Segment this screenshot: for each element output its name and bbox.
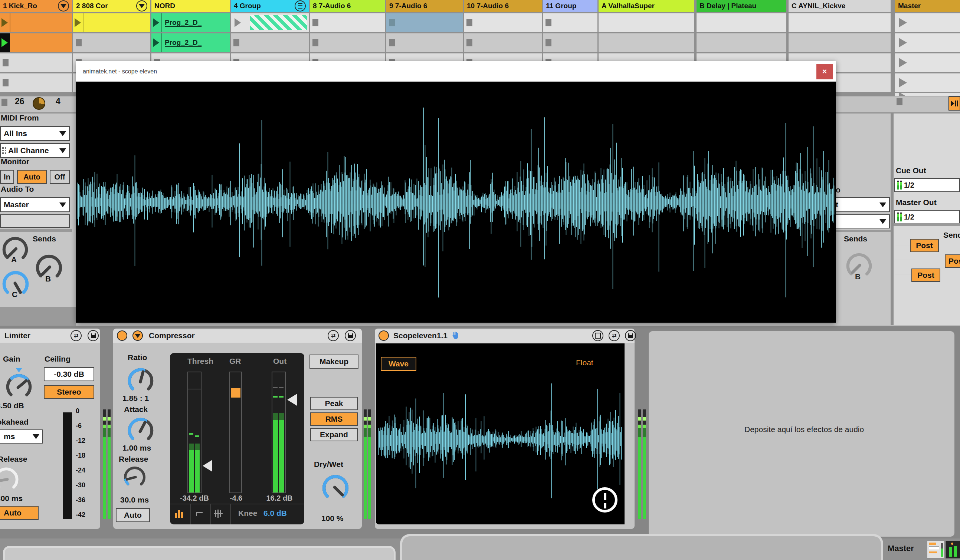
clip-slot[interactable]	[310, 13, 385, 32]
clip-slot[interactable]	[464, 13, 542, 32]
track-header-1[interactable]: 1 Kick_Ro	[0, 0, 72, 12]
clip-slot[interactable]	[0, 34, 72, 52]
limiter-release-value[interactable]: 300 ms	[0, 494, 22, 503]
compressor-title-bar[interactable]: Compressor ⇄	[113, 329, 362, 343]
sidechain-eq-icon[interactable]	[214, 510, 224, 518]
device-activator-toggle[interactable]	[379, 330, 389, 341]
limiter-stereo-button[interactable]: Stereo	[44, 385, 94, 399]
track-header-10[interactable]: B Delay | Plateau	[696, 0, 786, 12]
attack-knob[interactable]	[126, 416, 155, 447]
clip-play-icon[interactable]	[75, 18, 81, 27]
drywet-value[interactable]: 100 %	[322, 514, 344, 523]
limiter-lookahead-dropdown[interactable]: ms	[0, 429, 43, 444]
clip-slot[interactable]	[895, 73, 960, 92]
monitor-auto-button[interactable]: Auto	[17, 170, 47, 184]
clip-slot[interactable]	[73, 13, 150, 32]
float-button[interactable]: Float	[576, 358, 594, 367]
expand-button[interactable]: Expand	[310, 428, 358, 441]
track-header-5[interactable]: 8 7-Audio 6	[310, 0, 385, 12]
out-value[interactable]: 16.2 dB	[260, 494, 299, 503]
clip-slot[interactable]	[0, 53, 72, 72]
audio-output-sub-dropdown[interactable]	[0, 214, 70, 228]
clip-slot[interactable]	[696, 34, 786, 52]
hot-swap-icon[interactable]: ⇄	[609, 330, 620, 341]
master-out-dropdown[interactable]: 1/2	[894, 210, 960, 224]
limiter-auto-button[interactable]: Auto	[0, 506, 38, 520]
track-header-11[interactable]: C AYNIL_Kickve	[789, 0, 891, 12]
ratio-knob[interactable]	[126, 366, 155, 397]
window-title-bar[interactable]: animatek.net - scope eleven ×	[76, 61, 836, 81]
comp-release-knob[interactable]	[122, 465, 147, 491]
limiter-release-knob[interactable]	[0, 466, 20, 495]
post-button-c[interactable]: Post	[911, 268, 940, 282]
device-activator-toggle[interactable]	[117, 330, 127, 341]
return-output-dropdown[interactable]: t	[827, 197, 890, 212]
limiter-ceiling-value[interactable]: -0.30 dB	[44, 367, 94, 381]
audio-effect-drop-zone[interactable]	[649, 331, 954, 537]
stop-all-clips-button[interactable]	[949, 96, 960, 110]
clip-slot[interactable]	[386, 34, 463, 52]
clip-slot[interactable]	[895, 34, 960, 52]
track-header-2[interactable]: 2 808 Cor	[73, 0, 150, 12]
audio-output-dropdown[interactable]: Master	[0, 197, 70, 212]
clip-detail-panel-edge[interactable]	[3, 546, 395, 560]
track-header-3[interactable]: NORD	[151, 0, 230, 12]
clip-slot[interactable]	[598, 34, 694, 52]
clip-slot[interactable]	[231, 13, 309, 32]
clip-slot[interactable]	[789, 13, 891, 32]
clip-slot[interactable]	[231, 34, 309, 52]
thresh-value[interactable]: -34.2 dB	[174, 494, 215, 503]
comp-release-value[interactable]: 30.0 ms	[120, 495, 149, 504]
monitor-off-button[interactable]: Off	[50, 170, 70, 184]
master-device-thumbnail[interactable]	[927, 541, 944, 558]
clip-slot[interactable]	[543, 13, 597, 32]
attack-value[interactable]: 1.00 ms	[122, 444, 151, 452]
device-fold-chevron-icon[interactable]	[133, 330, 143, 341]
comp-auto-button[interactable]: Auto	[116, 508, 150, 522]
clip-slot[interactable]	[895, 13, 960, 32]
drywet-knob[interactable]	[321, 473, 350, 504]
device-detail-panel-edge[interactable]	[400, 534, 883, 560]
clip-play-icon[interactable]	[2, 18, 8, 27]
save-preset-icon[interactable]	[88, 330, 99, 341]
limiter-gain-value[interactable]: 3.50 dB	[0, 401, 24, 410]
clip-slot[interactable]	[0, 73, 72, 92]
post-button-b[interactable]: Post	[945, 254, 960, 268]
master-device-thumbnail[interactable]	[946, 541, 960, 558]
limiter-gain-knob[interactable]	[5, 372, 34, 403]
makeup-slider-handle[interactable]	[287, 394, 297, 406]
clip-play-icon[interactable]	[153, 18, 159, 27]
clip-slot[interactable]	[310, 34, 385, 52]
return-output-sub-dropdown[interactable]	[827, 214, 890, 228]
rms-button[interactable]: RMS	[310, 412, 358, 426]
track-header-12[interactable]: Master	[895, 0, 960, 12]
midi-channel-dropdown[interactable]: All Channe	[0, 143, 70, 158]
monitor-in-button[interactable]: In	[0, 170, 14, 184]
track-status-stop-square[interactable]	[2, 99, 7, 106]
clip-slot[interactable]	[789, 34, 891, 52]
scene-slot-partial[interactable]	[895, 93, 960, 96]
threshold-slider-handle[interactable]	[203, 460, 212, 472]
save-preset-icon[interactable]	[345, 330, 356, 341]
track-header-8[interactable]: 11 Group	[543, 0, 597, 12]
limiter-title-bar[interactable]: Limiter ⇄	[0, 329, 100, 343]
window-close-button[interactable]: ×	[816, 64, 833, 79]
clip-slot[interactable]: Prog_2_D_	[151, 34, 230, 52]
clip-slot[interactable]	[0, 13, 72, 32]
peak-button[interactable]: Peak	[310, 397, 358, 410]
midi-input-dropdown[interactable]: All Ins	[0, 126, 70, 141]
save-preset-icon[interactable]	[625, 330, 636, 341]
track-header-9[interactable]: A ValhallaSuper	[598, 0, 694, 12]
clip-slot[interactable]	[386, 13, 463, 32]
clip-slot[interactable]	[464, 34, 542, 52]
clip-slot[interactable]	[598, 13, 694, 32]
max-editor-icon[interactable]	[592, 330, 603, 341]
clip-slot[interactable]	[696, 13, 786, 32]
track-header-7[interactable]: 10 7-Audio 6	[464, 0, 542, 12]
track-header-4[interactable]: 4 Group	[231, 0, 309, 12]
clip-slot[interactable]: Prog_2_D_	[151, 13, 230, 32]
cue-out-dropdown[interactable]: 1/2	[894, 178, 960, 192]
clip-slot[interactable]	[895, 53, 960, 72]
hot-swap-icon[interactable]: ⇄	[70, 330, 82, 341]
makeup-button[interactable]: Makeup	[309, 354, 358, 369]
